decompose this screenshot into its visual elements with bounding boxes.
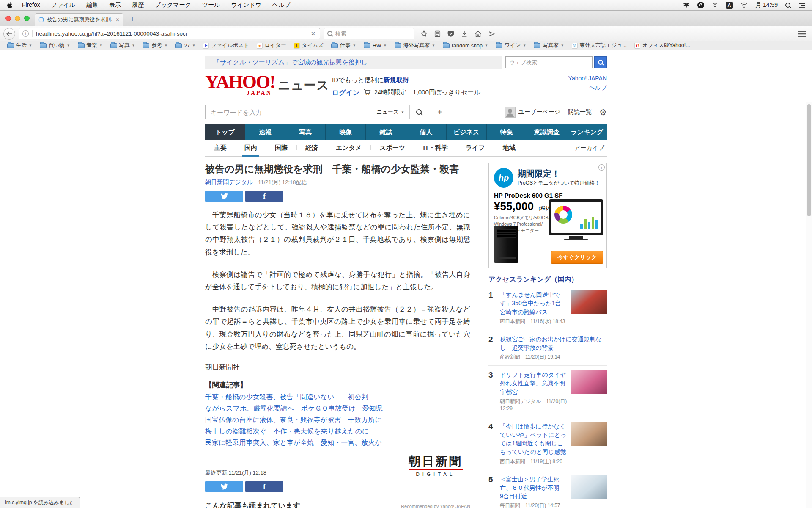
bookmark-item[interactable]: ワイン ▼ bbox=[493, 42, 529, 49]
article-source-link[interactable]: 朝日新聞デジタル bbox=[205, 179, 253, 185]
web-search-input[interactable] bbox=[505, 56, 593, 68]
subnav-tab[interactable]: 国際 bbox=[266, 140, 296, 156]
hp-ad[interactable]: i hp 期間限定！ ProOSとモニタがついて特別価格！ HP ProDesk… bbox=[488, 163, 607, 268]
bookmark-item[interactable]: ● ロイター ▼ bbox=[254, 42, 289, 49]
bookmark-item[interactable]: 27 ▼ bbox=[172, 43, 198, 49]
menubar-menu-item[interactable]: ヘルプ bbox=[272, 1, 291, 9]
subnav-tab[interactable]: 国内 bbox=[236, 140, 266, 156]
minimize-window-button[interactable] bbox=[15, 16, 20, 21]
subnav-tab[interactable]: 地域 bbox=[494, 140, 524, 156]
scrollbar-thumb[interactable] bbox=[807, 104, 811, 216]
browser-search-field[interactable] bbox=[324, 28, 414, 39]
bookmark-item[interactable]: 参考 ▼ bbox=[140, 42, 170, 49]
ranking-thumbnail[interactable] bbox=[571, 290, 607, 314]
related-article-link[interactable]: 国宝仏像の台座に液体、奈良・興福寺が被害 十数カ所に bbox=[205, 416, 382, 423]
bookmark-item[interactable]: Y! オフィス版Yahoo!... ▼ bbox=[631, 42, 693, 49]
ranking-title-link[interactable]: 「すんません回送中です」350台中たった1台 宮崎市の路線バス bbox=[500, 290, 568, 316]
facebook-share-button[interactable]: f bbox=[245, 481, 283, 492]
spotlight-icon[interactable] bbox=[785, 3, 791, 8]
menu-icon[interactable] bbox=[798, 31, 806, 37]
related-article-link[interactable]: 梅干しの盗難相次ぐ 不作・悪天候を乗り越えたのに… bbox=[205, 428, 376, 435]
subnav-tab[interactable]: エンタメ bbox=[327, 140, 370, 156]
subnav-tab[interactable]: 主要 bbox=[205, 140, 236, 156]
browser-tab[interactable]: 被告の男に無期懲役を求刑... ✕ bbox=[35, 13, 123, 26]
tab-close-icon[interactable]: ✕ bbox=[115, 17, 120, 23]
bookmark-item[interactable]: 写真 ▼ bbox=[107, 42, 138, 49]
bookmark-item[interactable]: T タイムズ ▼ bbox=[291, 42, 326, 49]
close-window-button[interactable] bbox=[5, 16, 11, 21]
subnav-tab[interactable]: IT・科学 bbox=[414, 140, 456, 156]
login-link[interactable]: ログイン bbox=[332, 87, 360, 98]
back-button[interactable] bbox=[3, 28, 15, 40]
facebook-share-button[interactable]: f bbox=[245, 190, 283, 202]
bookmark-item[interactable]: F ファイルポスト ▼ bbox=[200, 42, 252, 49]
related-article-link[interactable]: 民家に軽乗用車突入、家と車が全焼 愛知・一宮、放火か bbox=[205, 439, 382, 446]
nav-tab[interactable]: 特集 bbox=[486, 124, 527, 140]
bookmark-item[interactable]: 仕事 ▼ bbox=[328, 42, 359, 49]
header-link[interactable]: Yahoo! JAPAN bbox=[568, 74, 607, 83]
reading-list-icon[interactable] bbox=[434, 30, 441, 37]
search-scope-dropdown[interactable]: ニュース ▼ bbox=[371, 108, 409, 116]
menubar-menu-item[interactable]: 表示 bbox=[109, 1, 121, 9]
archive-link[interactable]: アーカイブ bbox=[574, 144, 607, 152]
nav-tab[interactable]: 映像 bbox=[325, 124, 365, 140]
nav-tab[interactable]: 個人 bbox=[406, 124, 446, 140]
pocket-icon[interactable] bbox=[447, 30, 454, 37]
nav-tab[interactable]: 写真 bbox=[285, 124, 325, 140]
subnav-tab[interactable]: 経済 bbox=[296, 140, 327, 156]
ranking-thumbnail[interactable] bbox=[571, 370, 607, 394]
bookmark-item[interactable]: HW ▼ bbox=[361, 43, 390, 49]
page-scrollbar[interactable] bbox=[806, 102, 812, 508]
nav-tab[interactable]: トップ bbox=[205, 124, 245, 140]
ranking-thumbnail[interactable] bbox=[571, 422, 607, 446]
twitter-share-button[interactable] bbox=[205, 190, 243, 202]
url-text[interactable]: headlines.yahoo.co.jp/hl?a=20161121-0000… bbox=[36, 30, 307, 37]
twitter-share-button[interactable] bbox=[205, 481, 243, 492]
keyword-input[interactable] bbox=[206, 109, 371, 116]
dropbox-icon[interactable] bbox=[683, 2, 690, 8]
web-search-button[interactable] bbox=[594, 56, 607, 68]
nav-tab[interactable]: 速報 bbox=[245, 124, 285, 140]
nav-tab[interactable]: 意識調査 bbox=[527, 124, 567, 140]
apple-icon[interactable] bbox=[7, 2, 13, 8]
bookmark-item[interactable]: 生活 ▼ bbox=[4, 42, 35, 49]
clear-url-icon[interactable]: ✕ bbox=[310, 30, 316, 37]
related-article-link[interactable]: ながらスマホ、厳罰化要請へ ポケＧＯ事故受け 愛知県 bbox=[205, 405, 383, 412]
hotspot-icon[interactable] bbox=[712, 2, 718, 8]
wifi-icon[interactable] bbox=[741, 2, 748, 8]
new-tab-button[interactable]: + bbox=[127, 14, 138, 24]
share-icon[interactable] bbox=[488, 30, 495, 37]
menubar-clock[interactable]: 月 14:59 bbox=[755, 1, 778, 9]
zoom-window-button[interactable] bbox=[24, 16, 30, 21]
add-search-tab-button[interactable]: + bbox=[433, 105, 447, 119]
ranking-thumbnail[interactable] bbox=[571, 475, 607, 499]
bookmark-item[interactable]: 音楽 ▼ bbox=[75, 42, 106, 49]
input-source-icon[interactable]: A bbox=[726, 2, 733, 9]
bookmark-item[interactable]: 買い物 ▼ bbox=[37, 42, 73, 49]
topics-link[interactable]: 「サイクル・ツーリズム」で宮城の観光振興を後押し bbox=[214, 58, 368, 66]
nav-tab[interactable]: 雑誌 bbox=[365, 124, 406, 140]
adobe-cc-icon[interactable] bbox=[697, 2, 704, 8]
url-bar[interactable]: i headlines.yahoo.co.jp/hl?a=20161121-00… bbox=[19, 28, 320, 39]
ranking-title-link[interactable]: ドリフト走行車のタイヤ外れ女性直撃、意識不明 宇都宮 bbox=[500, 370, 568, 396]
menubar-menu-item[interactable]: ファイル bbox=[51, 1, 75, 9]
ranking-title-link[interactable]: ＜富士山＞男子学生死亡、６０代男性が不明 9合目付近 bbox=[500, 475, 568, 501]
search-submit-button[interactable] bbox=[409, 105, 429, 119]
bookmark-item[interactable]: random shop ▼ bbox=[440, 43, 491, 49]
ad-cta-button[interactable]: 今すぐクリック bbox=[551, 251, 603, 264]
menubar-menu-item[interactable]: ウインドウ bbox=[231, 1, 261, 9]
subnav-tab[interactable]: スポーツ bbox=[370, 140, 414, 156]
menubar-menu-item[interactable]: ブックマーク bbox=[155, 1, 191, 9]
sale-link[interactable]: 24時間限定 1,000円ぽっきりセール bbox=[374, 87, 480, 98]
menubar-menu-item[interactable]: Firefox bbox=[22, 1, 40, 9]
ranking-title-link[interactable]: 「今日は散歩に行かなくていいや」ペットにとっては1週間近くも閉じこもっていたのと… bbox=[500, 422, 568, 456]
ad-info-icon[interactable]: i bbox=[598, 164, 605, 171]
subscriptions-link[interactable]: 購読一覧 bbox=[568, 108, 592, 116]
yahoo-news-logo[interactable]: YAHOO! JAPAN ニュース bbox=[205, 73, 304, 97]
register-link[interactable]: 新規取得 bbox=[384, 76, 409, 83]
header-link[interactable]: ヘルプ bbox=[568, 83, 607, 92]
notification-center-icon[interactable] bbox=[798, 3, 805, 8]
menubar-menu-item[interactable]: 履歴 bbox=[132, 1, 144, 9]
related-article-link[interactable]: 千葉・船橋の少女殺害、被告「間違いない」 初公判 bbox=[205, 393, 368, 400]
bookmark-star-icon[interactable] bbox=[420, 30, 428, 37]
